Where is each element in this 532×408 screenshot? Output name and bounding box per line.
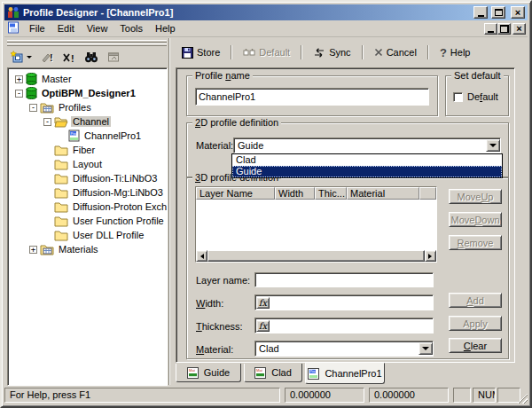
find-icon[interactable] [83,49,99,65]
tree-item-optibpm-designer1[interactable]: - OptiBPM_Designer1 [8,86,167,100]
minimize-button[interactable] [473,6,488,19]
apply-button[interactable]: Apply [449,316,502,331]
add-button[interactable]: Add [449,293,502,308]
thickness-field: fx [254,318,434,333]
folder-icon [54,145,68,156]
maximize-button[interactable] [491,6,505,19]
toolbar-separator [362,45,364,59]
mdi-close-button[interactable]: × [512,23,526,35]
close-button[interactable]: × [511,6,525,19]
horizontal-scrollbar[interactable] [196,250,436,262]
folder-icon [54,159,68,170]
cancel-button[interactable]: Cancel [368,45,423,59]
new-profile-button[interactable] [9,49,33,65]
profile-name-field [195,88,429,106]
restore-icon [500,25,509,33]
clear-button[interactable]: Clear [449,338,502,353]
chevron-down-icon [489,144,497,151]
tab-channelpro1[interactable]: Pro ChannelPro1 [305,363,385,384]
sync-label: Sync [329,47,350,58]
tree-item-materials[interactable]: + Materials [8,242,167,256]
svg-text:!: ! [50,52,53,63]
scroll-right-button[interactable] [425,250,436,262]
window-title: Profile Designer - [ChannelPro1] [23,7,470,18]
modify-button[interactable]: ! [40,49,54,65]
tree-item-profiles[interactable]: - Profiles [8,100,167,114]
material-3d-value: Clad [255,342,419,355]
tree-item-diffusion-ti[interactable]: Diffusion-Ti:LiNbO3 [8,171,167,185]
column-header-material[interactable]: Material [347,187,419,200]
collapse-icon[interactable]: - [15,90,23,98]
menu-view[interactable]: View [81,21,114,35]
tree-item-label: Materials [57,244,100,255]
tree-item-channel[interactable]: - Channel [8,114,167,129]
remove-button[interactable]: Remove [449,235,502,250]
menu-file[interactable]: File [23,21,51,35]
column-header-thickness[interactable]: Thic... [315,187,347,200]
combobox-arrow-button[interactable] [419,342,433,355]
properties-button[interactable] [106,49,121,65]
move-down-button[interactable]: Move Down [449,212,502,227]
tree-item-user-function-profile[interactable]: User Function Profile [8,214,167,228]
svg-text:Pro: Pro [310,370,316,373]
material-2d-value: Guide [234,139,486,152]
tree-item-diffusion-mg[interactable]: Diffusion-Mg:LiNbO3 [8,185,167,200]
toolbar-gripper[interactable] [7,43,167,46]
layers-table-body[interactable] [196,200,436,250]
width-fx-button[interactable]: fx [256,297,270,309]
floppy-icon [182,47,193,59]
panel-splitter[interactable] [168,38,170,385]
collapse-icon[interactable]: - [43,118,51,126]
default-checkbox[interactable] [453,92,463,102]
layers-table-header: Layer Name Width Thic... Material [196,187,436,200]
profile-3d-group: 3D profile definition Layer Name Width T… [186,177,509,359]
help-icon: ? [440,46,447,59]
tree-item-fiber[interactable]: Fiber [8,143,167,157]
thickness-fx-button[interactable]: fx [256,320,270,332]
tree-item-label: ChannelPro1 [82,130,143,141]
mdi-minimize-button[interactable] [484,23,497,35]
column-header-width[interactable]: Width [275,187,315,200]
document-tabbar: Mat Guide Mat Clad Pro ChannelPro1 [176,364,523,387]
help-button[interactable]: ? Help [434,44,477,61]
delete-button[interactable]: ! [61,49,76,65]
collapse-icon[interactable]: - [29,104,37,112]
expand-icon[interactable]: + [29,246,37,254]
tab-clad[interactable]: Mat Clad [244,364,302,382]
material-3d-combobox[interactable]: Clad [254,341,434,357]
menu-edit[interactable]: Edit [51,21,81,35]
dropdown-option-clad[interactable]: Clad [232,154,502,166]
tree-item-user-dll-profile[interactable]: User DLL Profile [8,228,167,242]
dropdown-option-guide[interactable]: Guide [232,166,502,177]
profile-name-input[interactable] [196,91,428,102]
database-icon [26,73,37,85]
title-bar: Profile Designer - [ChannelPro1] × [4,4,528,20]
material-2d-label: Material: [196,140,233,151]
tree-item-label: Layout [71,159,104,169]
expand-icon[interactable]: + [15,75,23,83]
tree-item-label: Diffusion-Mg:LiNbO3 [71,187,165,198]
sync-button[interactable]: Sync [307,45,356,59]
mdi-restore-button[interactable] [497,23,511,35]
layer-name-input[interactable] [255,275,433,286]
scrollbar-thumb[interactable] [207,250,425,262]
tree-item-label: Diffusion-Proton Excha [71,201,168,212]
menu-tools[interactable]: Tools [113,21,149,35]
tree-item-layout[interactable]: Layout [8,157,167,171]
document-icon[interactable] [7,21,20,35]
column-header-layer-name[interactable]: Layer Name [196,187,275,200]
combobox-arrow-button[interactable] [486,139,500,152]
tab-guide[interactable]: Mat Guide [176,364,241,382]
material-2d-combobox[interactable]: Guide [233,137,501,153]
tree-item-diffusion-proton[interactable]: Diffusion-Proton Excha [8,200,167,214]
width-input[interactable] [270,297,433,308]
tree-item-channelpro1[interactable]: Pro ChannelPro1 [8,129,167,143]
scroll-left-button[interactable] [196,250,207,262]
tree-item-master[interactable]: + Master [8,72,167,86]
menu-help[interactable]: Help [149,21,182,35]
thickness-input[interactable] [270,320,433,331]
move-up-button[interactable]: Move Up [449,189,502,204]
toolbar-gripper[interactable] [7,40,167,43]
default-button[interactable]: Default [237,45,296,60]
store-button[interactable]: Store [176,45,226,60]
